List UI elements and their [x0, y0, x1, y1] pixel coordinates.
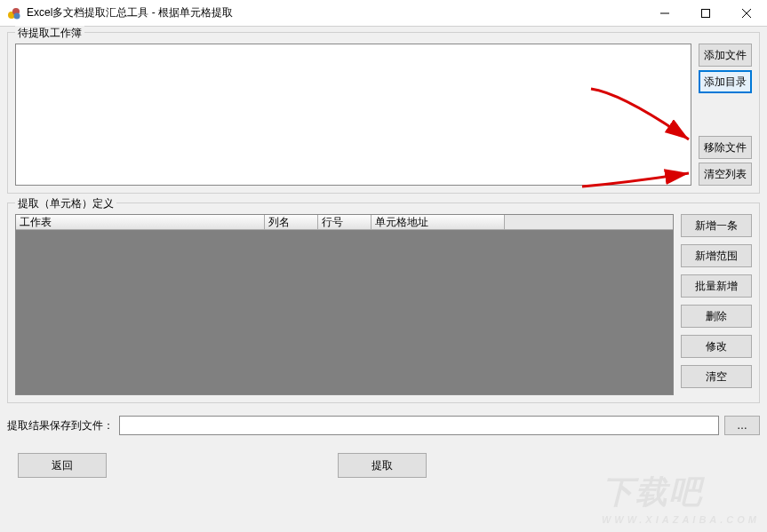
column-header-column[interactable]: 列名 — [265, 215, 318, 229]
titlebar: Excel多文档提取汇总工具 - 根据单元格提取 — [0, 0, 767, 27]
add-range-button[interactable]: 新增范围 — [681, 244, 752, 267]
save-label: 提取结果保存到文件： — [7, 418, 114, 433]
clear-button[interactable]: 清空 — [681, 365, 752, 388]
browse-button[interactable]: … — [724, 416, 760, 435]
file-list[interactable] — [15, 44, 691, 186]
column-header-worksheet[interactable]: 工作表 — [16, 215, 265, 229]
column-header-address[interactable]: 单元格地址 — [372, 215, 505, 229]
save-path-input[interactable] — [119, 416, 719, 435]
remove-file-button[interactable]: 移除文件 — [699, 136, 752, 159]
svg-rect-4 — [702, 9, 710, 17]
definition-grid[interactable]: 工作表 列名 行号 单元格地址 — [15, 214, 674, 395]
batch-add-button[interactable]: 批量新增 — [681, 274, 752, 298]
app-icon — [7, 6, 21, 20]
column-header-row[interactable]: 行号 — [318, 215, 372, 229]
grid-header: 工作表 列名 行号 单元格地址 — [16, 215, 673, 230]
delete-button[interactable]: 删除 — [681, 305, 752, 328]
extract-button[interactable]: 提取 — [338, 453, 427, 478]
add-row-button[interactable]: 新增一条 — [681, 214, 752, 237]
clear-list-button[interactable]: 清空列表 — [699, 163, 752, 186]
minimize-button[interactable] — [644, 0, 685, 27]
group-legend: 待提取工作簿 — [15, 26, 84, 41]
window-title: Excel多文档提取汇总工具 - 根据单元格提取 — [27, 5, 644, 20]
add-directory-button[interactable]: 添加目录 — [699, 70, 752, 93]
edit-button[interactable]: 修改 — [681, 335, 752, 358]
close-button[interactable] — [726, 0, 767, 27]
maximize-button[interactable] — [685, 0, 726, 27]
group-legend: 提取（单元格）定义 — [15, 196, 116, 211]
back-button[interactable]: 返回 — [18, 453, 107, 478]
source-workbooks-group: 待提取工作簿 添加文件 添加目录 移除文件 清空列表 — [7, 32, 760, 194]
svg-point-2 — [14, 12, 20, 19]
add-file-button[interactable]: 添加文件 — [699, 44, 752, 67]
save-row: 提取结果保存到文件： … — [7, 416, 760, 435]
cell-definition-group: 提取（单元格）定义 工作表 列名 行号 单元格地址 新增一条 新增范围 批量新增… — [7, 202, 760, 403]
bottom-bar: 返回 提取 — [7, 453, 760, 478]
